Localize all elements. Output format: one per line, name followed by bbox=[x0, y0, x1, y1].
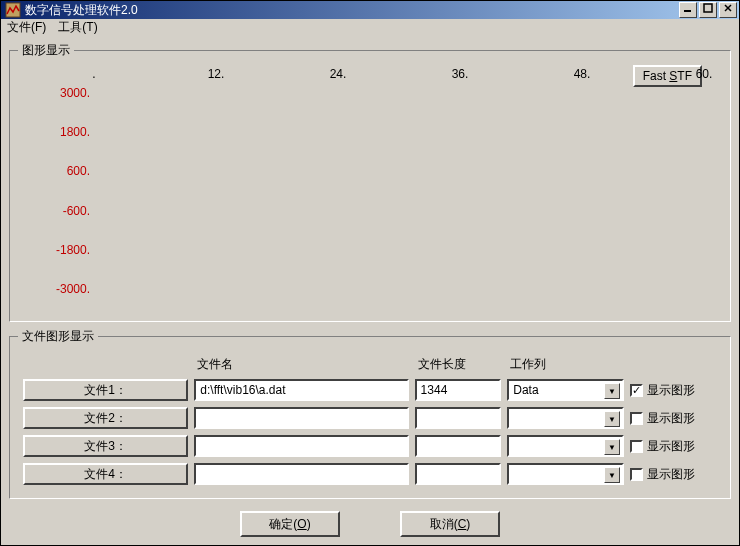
dialog-buttons: 确定(O) 取消(C) bbox=[9, 505, 731, 539]
checkbox-box[interactable] bbox=[630, 440, 643, 453]
menubar: 文件(F) 工具(T) bbox=[1, 19, 739, 36]
filelength-input[interactable] bbox=[415, 435, 502, 457]
window-controls bbox=[679, 2, 737, 18]
filename-input[interactable] bbox=[194, 435, 408, 457]
y-tick-label: -600. bbox=[30, 204, 90, 218]
x-tick-label: 24. bbox=[330, 67, 347, 81]
titlebar: 数字信号处理软件2.0 bbox=[1, 1, 739, 19]
menu-tools[interactable]: 工具(T) bbox=[58, 19, 97, 36]
files-table: 文件名 文件长度 工作列 文件1：Data▼✓显示图形文件2：▼显示图形文件3：… bbox=[18, 351, 722, 490]
checkbox-label: 显示图形 bbox=[647, 438, 695, 455]
y-tick-label: -1800. bbox=[30, 243, 90, 257]
header-filename: 文件名 bbox=[193, 355, 409, 374]
show-graphic-checkbox[interactable]: ✓显示图形 bbox=[630, 382, 717, 399]
file-label-button[interactable]: 文件3： bbox=[23, 435, 188, 457]
minimize-button[interactable] bbox=[679, 2, 697, 18]
workcolumn-combo[interactable]: Data▼ bbox=[507, 379, 624, 401]
x-tick-label: . bbox=[92, 67, 95, 81]
files-group-legend: 文件图形显示 bbox=[18, 328, 98, 345]
y-tick-label: 1800. bbox=[30, 125, 90, 139]
show-graphic-checkbox[interactable]: 显示图形 bbox=[630, 438, 717, 455]
workcolumn-combo[interactable]: ▼ bbox=[507, 435, 624, 457]
chevron-down-icon[interactable]: ▼ bbox=[604, 467, 620, 483]
chart-group: 图形显示 Fast STF -3000.-1800.-600.600.1800.… bbox=[9, 42, 731, 322]
maximize-button[interactable] bbox=[699, 2, 717, 18]
checkbox-label: 显示图形 bbox=[647, 382, 695, 399]
file-row: 文件2：▼显示图形 bbox=[22, 406, 718, 430]
combo-value: Data bbox=[513, 383, 538, 397]
ok-button[interactable]: 确定(O) bbox=[240, 511, 340, 537]
y-tick-label: 600. bbox=[30, 164, 90, 178]
y-tick-label: 3000. bbox=[30, 86, 90, 100]
x-tick-label: 48. bbox=[574, 67, 591, 81]
chevron-down-icon[interactable]: ▼ bbox=[604, 383, 620, 399]
header-filelength: 文件长度 bbox=[414, 355, 503, 374]
filename-input[interactable] bbox=[194, 379, 408, 401]
header-workcolumn: 工作列 bbox=[506, 355, 625, 374]
checkbox-box[interactable] bbox=[630, 468, 643, 481]
checkbox-label: 显示图形 bbox=[647, 466, 695, 483]
svg-rect-1 bbox=[684, 10, 691, 12]
chevron-down-icon[interactable]: ▼ bbox=[604, 411, 620, 427]
client-area: 图形显示 Fast STF -3000.-1800.-600.600.1800.… bbox=[1, 36, 739, 545]
menu-file[interactable]: 文件(F) bbox=[7, 19, 46, 36]
window-title: 数字信号处理软件2.0 bbox=[25, 2, 679, 19]
file-row: 文件3：▼显示图形 bbox=[22, 434, 718, 458]
filelength-input[interactable] bbox=[415, 407, 502, 429]
app-window: 数字信号处理软件2.0 文件(F) 工具(T) 图形显示 bbox=[0, 0, 740, 546]
x-tick-label: 12. bbox=[208, 67, 225, 81]
fast-stf-button[interactable]: Fast STF bbox=[633, 65, 702, 87]
workcolumn-combo[interactable]: ▼ bbox=[507, 407, 624, 429]
close-button[interactable] bbox=[719, 2, 737, 18]
file-label-button[interactable]: 文件2： bbox=[23, 407, 188, 429]
file-row: 文件4：▼显示图形 bbox=[22, 462, 718, 486]
x-tick-label: 36. bbox=[452, 67, 469, 81]
files-group: 文件图形显示 文件名 文件长度 工作列 文件1：Data▼✓显示图形文件2：▼显… bbox=[9, 328, 731, 499]
show-graphic-checkbox[interactable]: 显示图形 bbox=[630, 410, 717, 427]
checkbox-label: 显示图形 bbox=[647, 410, 695, 427]
filelength-input[interactable] bbox=[415, 463, 502, 485]
checkbox-box[interactable]: ✓ bbox=[630, 384, 643, 397]
x-tick-label: 60. bbox=[696, 67, 713, 81]
svg-rect-2 bbox=[704, 4, 712, 12]
chart-group-legend: 图形显示 bbox=[18, 42, 74, 59]
workcolumn-combo[interactable]: ▼ bbox=[507, 463, 624, 485]
checkbox-box[interactable] bbox=[630, 412, 643, 425]
app-icon bbox=[5, 2, 21, 18]
filename-input[interactable] bbox=[194, 407, 408, 429]
chevron-down-icon[interactable]: ▼ bbox=[604, 439, 620, 455]
filelength-input[interactable] bbox=[415, 379, 502, 401]
filename-input[interactable] bbox=[194, 463, 408, 485]
y-tick-label: -3000. bbox=[30, 282, 90, 296]
cancel-button[interactable]: 取消(C) bbox=[400, 511, 500, 537]
file-label-button[interactable]: 文件1： bbox=[23, 379, 188, 401]
file-label-button[interactable]: 文件4： bbox=[23, 463, 188, 485]
show-graphic-checkbox[interactable]: 显示图形 bbox=[630, 466, 717, 483]
file-row: 文件1：Data▼✓显示图形 bbox=[22, 378, 718, 402]
